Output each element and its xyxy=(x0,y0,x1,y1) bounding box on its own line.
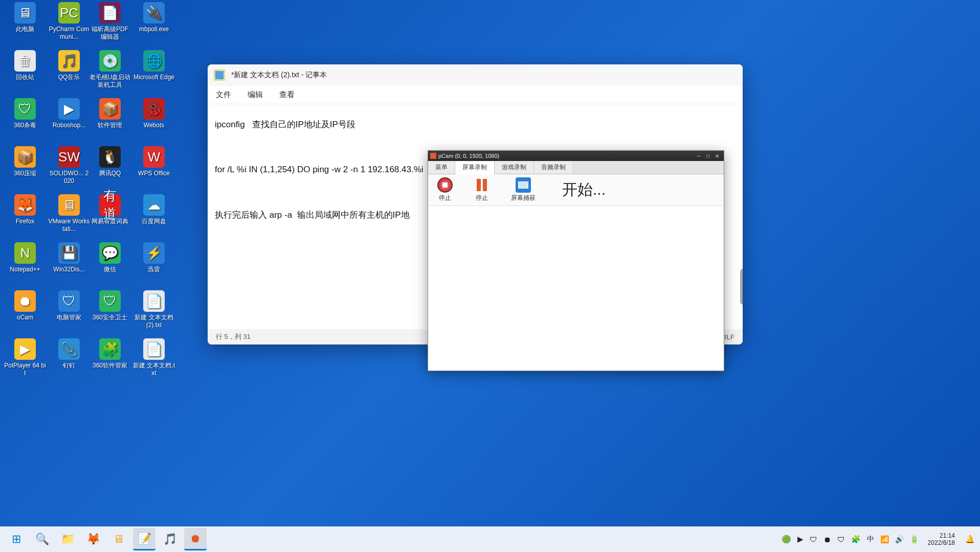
desktop-icon-360安全卫士[interactable]: 🛡360安全卫士 xyxy=(89,290,131,321)
desktop-icon-Roboshop...[interactable]: ▶Roboshop... xyxy=(48,98,90,129)
taskbar-qqmusic[interactable]: 🎵 xyxy=(159,528,181,550)
notepad-titlebar[interactable]: *新建 文本文档 (2).txt - 记事本 xyxy=(208,64,743,86)
tray-sound[interactable]: 🔊 xyxy=(895,535,904,543)
tray-wifi[interactable]: 📶 xyxy=(880,535,889,543)
desktop-icon-此电脑[interactable]: 🖥此电脑 xyxy=(4,2,46,33)
desktop-icon-360软件管家[interactable]: 🧩360软件管家 xyxy=(89,338,131,370)
taskbar-explorer[interactable]: 📁 xyxy=(56,528,79,550)
desktop-icon-oCam[interactable]: ⏺oCam xyxy=(4,290,46,321)
ocam-tabs: 菜单屏幕录制游戏录制音频录制 xyxy=(428,161,724,174)
tray-battery[interactable]: 🔋 xyxy=(910,535,919,543)
desktop-icon-Notepad++[interactable]: NNotepad++ xyxy=(4,242,46,273)
minimize-button[interactable]: ─ xyxy=(694,152,703,160)
desktop-icon-电脑管家[interactable]: 🛡电脑管家 xyxy=(48,290,90,321)
ocam-start-label: 开始... xyxy=(562,179,606,200)
desktop-icon-VMware Workstati...[interactable]: 🖥VMware Workstati... xyxy=(48,194,90,233)
desktop-icon-PotPlayer 64 bit[interactable]: ▶PotPlayer 64 bit xyxy=(4,338,46,377)
desktop-icon-回收站[interactable]: 🗑回收站 xyxy=(4,50,46,81)
notepad-title: *新建 文本文档 (2).txt - 记事本 xyxy=(231,71,327,80)
ocam-toolbar: 停止停止屏幕捕获开始... xyxy=(428,174,724,206)
desktop-icon-腾讯QQ[interactable]: 🐧腾讯QQ xyxy=(89,146,131,177)
taskbar-ocam[interactable]: ⏺ xyxy=(184,528,207,550)
notepad-menubar: 文件 编辑 查看 xyxy=(208,86,743,104)
desktop-icon-360压缩[interactable]: 📦360压缩 xyxy=(4,146,46,177)
tray-icon-0[interactable]: 🟢 xyxy=(782,535,791,544)
notification-icon[interactable]: 🔔 xyxy=(965,535,975,544)
desktop-icon-SOLIDWO... 2020[interactable]: SWSOLIDWO... 2020 xyxy=(48,146,90,185)
desktop-icon-Webots[interactable]: 🐞Webots xyxy=(133,98,175,129)
tray-icon-1[interactable]: ▶ xyxy=(797,535,804,544)
desktop-icon-PyCharm Communi...[interactable]: PCPyCharm Communi... xyxy=(48,2,90,41)
desktop-icon-Win32Dis...[interactable]: 💾Win32Dis... xyxy=(48,242,90,273)
ocam-tab-0[interactable]: 菜单 xyxy=(428,161,455,174)
notepad-icon xyxy=(214,70,225,81)
desktop-icon-钉钉[interactable]: 📎钉钉 xyxy=(48,338,90,370)
taskbar: ⊞🔍📁🦊🖥📝🎵⏺ 🟢▶🛡⏺🛡🧩中📶🔊🔋21:142022/6/18🔔 xyxy=(0,526,980,552)
ocam-tab-1[interactable]: 屏幕录制 xyxy=(455,161,495,174)
tray-ime[interactable]: 中 xyxy=(867,535,874,544)
desktop-icon-Microsoft Edge[interactable]: 🌐Microsoft Edge xyxy=(133,50,175,81)
desktop-icon-微信[interactable]: 💬微信 xyxy=(89,242,131,273)
ocam-tool-stop[interactable]: 停止 xyxy=(437,177,453,202)
ocam-tool-pause[interactable]: 停止 xyxy=(474,177,489,202)
menu-file[interactable]: 文件 xyxy=(216,90,231,100)
taskbar-start[interactable]: ⊞ xyxy=(5,528,28,550)
taskbar-vmware[interactable]: 🖥 xyxy=(107,528,130,550)
status-cursor-pos: 行 5，列 31 xyxy=(216,332,251,341)
menu-view[interactable]: 查看 xyxy=(279,90,295,100)
desktop-icon-QQ音乐[interactable]: 🎵QQ音乐 xyxy=(48,50,90,81)
desktop-icon-老毛桃U盘启动装机工具[interactable]: 💿老毛桃U盘启动装机工具 xyxy=(89,50,131,89)
tray-icon-4[interactable]: 🛡 xyxy=(837,535,845,544)
ocam-tab-3[interactable]: 音频录制 xyxy=(534,161,573,174)
close-button[interactable]: ✕ xyxy=(712,152,722,160)
desktop-icon-迅雷[interactable]: ⚡迅雷 xyxy=(133,242,175,273)
desktop-icon-Firefox[interactable]: 🦊Firefox xyxy=(4,194,46,225)
desktop-icon-百度网盘[interactable]: ☁百度网盘 xyxy=(133,194,175,225)
ocam-tab-2[interactable]: 游戏录制 xyxy=(495,161,534,174)
ocam-body xyxy=(428,206,724,371)
system-tray: 🟢▶🛡⏺🛡🧩中📶🔊🔋21:142022/6/18🔔 xyxy=(782,532,975,547)
ocam-tool-screen[interactable]: 屏幕捕获 xyxy=(511,177,536,202)
tray-icon-2[interactable]: 🛡 xyxy=(810,535,817,544)
ocam-titlebar[interactable]: pCam (0, 0, 1920, 1080) ─ □ ✕ xyxy=(428,151,724,161)
maximize-button[interactable]: □ xyxy=(703,152,712,160)
taskbar-search[interactable]: 🔍 xyxy=(31,528,53,550)
desktop-icon-新建 文本文档.txt[interactable]: 📄新建 文本文档.txt xyxy=(133,338,175,377)
ocam-title-text: pCam (0, 0, 1920, 1080) xyxy=(438,153,499,159)
desktop-icon-软件管理[interactable]: 📦软件管理 xyxy=(89,98,131,129)
tray-icon-5[interactable]: 🧩 xyxy=(851,535,861,544)
ocam-icon xyxy=(430,153,436,159)
desktop-icon-360杀毒[interactable]: 🛡360杀毒 xyxy=(4,98,46,129)
scrollbar-thumb[interactable] xyxy=(740,269,743,305)
ocam-window: pCam (0, 0, 1920, 1080) ─ □ ✕ 菜单屏幕录制游戏录制… xyxy=(428,150,724,371)
taskbar-clock[interactable]: 21:142022/6/18 xyxy=(928,532,955,547)
taskbar-notepad[interactable]: 📝 xyxy=(133,528,155,550)
taskbar-firefox[interactable]: 🦊 xyxy=(82,528,104,550)
tray-icon-3[interactable]: ⏺ xyxy=(823,535,831,544)
menu-edit[interactable]: 编辑 xyxy=(248,90,263,100)
desktop-icon-网易有道词典[interactable]: 有道网易有道词典 xyxy=(89,194,131,225)
desktop-icon-mbpoll.exe[interactable]: 🔌mbpoll.exe xyxy=(133,2,175,33)
desktop-icon-福昕高级PDF编辑器[interactable]: 📄福昕高级PDF编辑器 xyxy=(89,2,131,41)
desktop-icon-WPS Office[interactable]: WWPS Office xyxy=(133,146,175,177)
desktop-icon-新建 文本文档 (2).txt[interactable]: 📄新建 文本文档 (2).txt xyxy=(133,290,175,329)
